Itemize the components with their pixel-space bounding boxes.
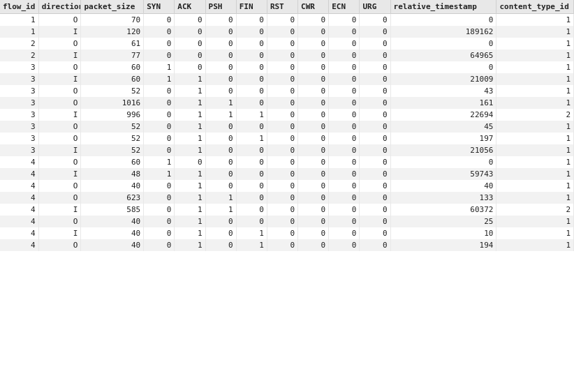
cell-urg: 0 [360,227,390,239]
cell-relative_timestamp: 59743 [390,168,496,180]
cell-ack: 1 [175,216,205,227]
cell-flow_id: 4 [0,156,38,168]
cell-fin: 0 [236,156,267,168]
cell-rst: 0 [267,38,297,50]
cell-syn: 0 [144,227,175,239]
cell-urg: 0 [360,38,390,50]
cell-syn: 0 [144,239,175,251]
cell-packet_size: 1016 [81,97,144,109]
cell-flow_id: 3 [0,73,38,85]
cell-direction: I [38,144,81,156]
col-header-psh: PSH [205,0,236,14]
cell-packet_size: 40 [81,180,144,192]
cell-direction: O [38,38,81,50]
cell-psh: 0 [205,144,236,156]
cell-content_type_id: 1 [496,97,574,109]
cell-fin: 0 [236,192,267,204]
cell-relative_timestamp: 133 [390,192,496,204]
cell-cwr: 0 [298,180,329,192]
cell-syn: 0 [144,216,175,227]
cell-fin: 0 [236,121,267,133]
cell-syn: 0 [144,85,175,97]
col-header-ack: ACK [175,0,205,14]
cell-ack: 0 [175,61,205,73]
cell-urg: 0 [360,121,390,133]
cell-urg: 0 [360,168,390,180]
cell-ecn: 0 [329,180,360,192]
cell-ecn: 0 [329,121,360,133]
cell-relative_timestamp: 197 [390,133,496,144]
cell-direction: I [38,227,81,239]
cell-ack: 1 [175,180,205,192]
cell-cwr: 0 [298,97,329,109]
cell-urg: 0 [360,97,390,109]
cell-cwr: 0 [298,14,329,27]
table-row: 3I99601110000226942 [0,109,574,121]
cell-direction: O [38,121,81,133]
cell-cwr: 0 [298,204,329,216]
cell-cwr: 0 [298,61,329,73]
cell-flow_id: 4 [0,204,38,216]
cell-direction: I [38,168,81,180]
cell-psh: 0 [205,50,236,61]
cell-syn: 0 [144,109,175,121]
cell-urg: 0 [360,85,390,97]
table-row: 4O601000000001 [0,156,574,168]
cell-ecn: 0 [329,204,360,216]
cell-fin: 1 [236,133,267,144]
cell-ecn: 0 [329,50,360,61]
cell-cwr: 0 [298,156,329,168]
cell-urg: 0 [360,109,390,121]
cell-direction: O [38,192,81,204]
cell-packet_size: 40 [81,227,144,239]
cell-packet_size: 52 [81,121,144,133]
col-header-flow_id: flow_id [0,0,38,14]
cell-content_type_id: 1 [496,38,574,50]
cell-ecn: 0 [329,239,360,251]
cell-relative_timestamp: 40 [390,180,496,192]
cell-urg: 0 [360,14,390,27]
cell-content_type_id: 1 [496,121,574,133]
cell-relative_timestamp: 0 [390,14,496,27]
cell-content_type_id: 1 [496,144,574,156]
cell-syn: 0 [144,180,175,192]
cell-ack: 1 [175,121,205,133]
col-header-syn: SYN [144,0,175,14]
cell-ack: 0 [175,26,205,38]
cell-fin: 0 [236,73,267,85]
cell-direction: I [38,26,81,38]
cell-content_type_id: 1 [496,133,574,144]
cell-flow_id: 3 [0,109,38,121]
cell-ack: 1 [175,239,205,251]
cell-relative_timestamp: 43 [390,85,496,97]
cell-packet_size: 52 [81,133,144,144]
table-row: 3O52010100001971 [0,133,574,144]
cell-flow_id: 4 [0,239,38,251]
cell-rst: 0 [267,26,297,38]
cell-fin: 0 [236,26,267,38]
cell-syn: 0 [144,204,175,216]
col-header-cwr: CWR [298,0,329,14]
cell-rst: 0 [267,156,297,168]
table-row: 4I58501100000603722 [0,204,574,216]
cell-ack: 1 [175,97,205,109]
cell-cwr: 0 [298,50,329,61]
cell-ecn: 0 [329,73,360,85]
table-row: 2O610000000001 [0,38,574,50]
cell-relative_timestamp: 10 [390,227,496,239]
cell-relative_timestamp: 21056 [390,144,496,156]
cell-psh: 1 [205,204,236,216]
cell-psh: 0 [205,14,236,27]
cell-ack: 0 [175,14,205,27]
cell-fin: 0 [236,168,267,180]
col-header-direction: direction [38,0,81,14]
cell-flow_id: 3 [0,144,38,156]
cell-content_type_id: 1 [496,73,574,85]
cell-flow_id: 2 [0,50,38,61]
cell-urg: 0 [360,61,390,73]
cell-ack: 0 [175,156,205,168]
cell-rst: 0 [267,97,297,109]
cell-ack: 0 [175,38,205,50]
cell-cwr: 0 [298,73,329,85]
cell-psh: 0 [205,239,236,251]
